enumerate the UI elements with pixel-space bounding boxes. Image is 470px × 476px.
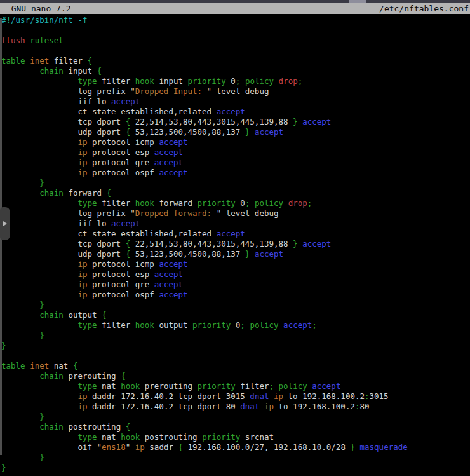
code-token	[1, 412, 39, 421]
code-token: ct state established,related	[1, 107, 217, 116]
code-token: ip	[77, 269, 87, 279]
code-line: }	[1, 341, 469, 351]
code-token	[274, 76, 279, 86]
code-token: ;	[240, 320, 245, 330]
code-token: tcp dport	[1, 117, 126, 126]
code-token: output	[64, 310, 102, 320]
code-token: ;	[307, 198, 312, 208]
code-token: accept	[312, 381, 340, 391]
code-token: accept	[255, 127, 283, 137]
code-token: accept	[159, 290, 187, 299]
code-token: accept	[154, 280, 183, 289]
code-token: Dropped Input:	[135, 86, 207, 96]
code-line: chain prerouting {	[1, 371, 469, 381]
code-token	[250, 127, 255, 137]
code-token: 22,514,53,80,443,3015,445,139,88	[130, 239, 293, 248]
code-token: protocol esp	[87, 147, 154, 157]
code-line: ip protocol icmp accept	[1, 137, 469, 147]
code-token: ip	[77, 290, 87, 299]
code-token: accept	[255, 249, 283, 259]
code-token: accept	[283, 320, 312, 330]
expand-arrow-icon	[3, 221, 7, 226]
code-token: iif lo	[1, 97, 111, 106]
code-token: ip	[135, 442, 145, 452]
code-token: udp dport	[1, 127, 126, 137]
code-token: accept	[159, 168, 187, 177]
code-token: srcnat	[240, 432, 274, 442]
code-line: type filter hook input priority 0; polic…	[1, 76, 469, 86]
code-token: forward	[154, 198, 198, 208]
code-token: {	[88, 56, 93, 65]
code-token: filter	[49, 56, 87, 65]
code-token	[1, 290, 77, 299]
code-token	[1, 320, 77, 330]
code-token: type	[77, 198, 97, 208]
code-token: priority	[202, 432, 240, 442]
code-token: postrouting	[140, 432, 202, 442]
code-token: ct state established,related	[1, 229, 217, 238]
code-token: daddr 172.16.40.2 tcp dport 80	[87, 402, 240, 411]
code-token: :	[365, 391, 370, 401]
code-token: masquerade	[360, 442, 408, 452]
code-token: {	[126, 422, 131, 432]
code-token: protocol ospf	[87, 168, 159, 177]
code-token	[1, 310, 39, 320]
code-token: ruleset	[30, 36, 64, 45]
code-token: ip	[264, 402, 274, 411]
code-token: priority	[192, 320, 231, 330]
code-token: {	[97, 66, 102, 76]
code-token: ip	[77, 158, 87, 167]
code-line: table inet nat {	[1, 361, 469, 371]
code-token: nat	[97, 432, 121, 442]
code-line: ip protocol esp accept	[1, 147, 469, 158]
code-token: table	[1, 56, 25, 65]
code-token: to 192.168.100.2	[274, 402, 355, 411]
code-token	[250, 198, 255, 208]
code-token: " level debug	[217, 208, 279, 218]
code-line: chain forward {	[1, 188, 469, 198]
code-token: drop	[288, 198, 307, 208]
code-token: chain	[39, 310, 64, 320]
code-token: iif lo	[1, 219, 111, 228]
code-token: log prefix "	[1, 86, 135, 96]
code-line: }	[1, 178, 469, 188]
code-token: input	[154, 76, 188, 86]
code-token: 3015	[370, 391, 389, 401]
code-token	[1, 137, 77, 147]
code-token: output	[154, 320, 192, 330]
code-token	[1, 259, 77, 269]
code-line: ip daddr 172.16.40.2 tcp dport 80 dnat i…	[1, 402, 469, 412]
code-token: }	[350, 442, 355, 452]
panel-toggle-handle[interactable]	[0, 207, 10, 240]
code-token	[1, 391, 77, 401]
code-line: }	[1, 300, 469, 310]
code-token: protocol icmp	[87, 259, 159, 269]
code-token	[1, 76, 77, 86]
code-token: policy	[245, 76, 274, 86]
code-token: }	[1, 341, 6, 350]
code-token: nat	[97, 381, 121, 391]
code-token: type	[77, 76, 97, 86]
code-line: ip protocol icmp accept	[1, 259, 469, 269]
code-token: 0	[236, 198, 245, 208]
code-line: ct state established,related accept	[1, 107, 469, 117]
code-line: chain input {	[1, 66, 469, 76]
code-token: to 192.168.100.2	[283, 391, 365, 401]
code-token: }	[39, 178, 44, 187]
code-token: filter	[97, 198, 135, 208]
code-token	[355, 442, 360, 452]
code-token: ip	[274, 391, 283, 401]
code-token	[1, 422, 39, 432]
code-token: ip	[77, 168, 87, 177]
code-token: protocol gre	[87, 280, 154, 289]
code-token: ip	[77, 402, 87, 411]
nano-version-title: GNU nano 7.2	[1, 3, 71, 14]
code-token: ;	[312, 320, 317, 330]
code-line: ip protocol ospf accept	[1, 168, 469, 178]
code-line: tcp dport { 22,514,53,80,443,3015,445,13…	[1, 117, 469, 127]
editor-text-area[interactable]: #!/usr/sbin/nft -fflush rulesettable ine…	[1, 15, 469, 473]
code-token: "	[126, 442, 135, 452]
code-token: protocol gre	[87, 158, 154, 167]
code-line: ip protocol gre accept	[1, 280, 469, 290]
code-token: {	[121, 371, 126, 381]
